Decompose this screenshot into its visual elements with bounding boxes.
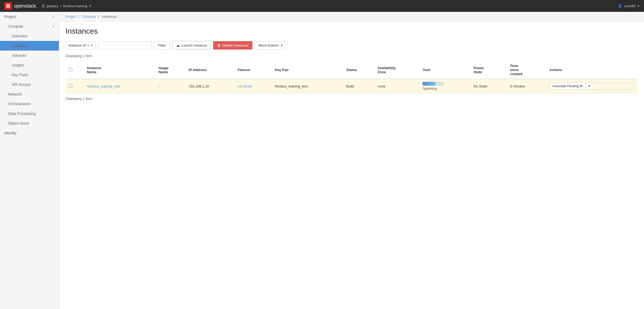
select-all-header [66,61,84,79]
user-name: cou040 [624,4,635,8]
sidebar-label-orchestration: Orchestration [8,102,31,106]
filter-dropdown[interactable]: Instance ID = ▼ [66,41,96,49]
project-icon: ☰ [42,4,45,8]
sidebar-item-images[interactable]: Images [0,60,59,70]
sidebar-label-identity: Identity [4,131,16,135]
row-availability-zone-cell: nova [374,79,419,93]
row-power-state-cell: No State [470,79,507,93]
row-image-name-cell: - [155,79,185,93]
more-actions-button[interactable]: More Actions ▼ [255,41,287,50]
task-progress-bar [423,82,435,86]
breadcrumb-sep1: / [78,15,80,19]
row-key-pair-cell: Nimbus_training_test [271,79,343,93]
sidebar-label-images: Images [12,63,24,67]
chevron-right-icon: › [53,102,55,106]
sidebar-item-compute[interactable]: Compute ∨ [0,22,59,31]
sidebar-item-object-store[interactable]: Object Store › [0,118,59,128]
svg-rect-3 [6,7,10,8]
sidebar-label-project: Project [4,15,16,19]
sidebar-label-object-store: Object Store [8,121,29,125]
filter-label: Instance ID = [69,43,89,47]
sidebar-item-overview[interactable]: Overview [0,31,59,41]
user-icon: 👤 [618,4,622,8]
sidebar-item-data-processing[interactable]: Data Processing › [0,109,59,118]
launch-instance-button[interactable]: ☁ Launch Instance [172,41,211,50]
delete-button-label: Delete Instances [222,43,248,47]
delete-instances-button[interactable]: 🗑 Delete Instances [213,41,252,50]
breadcrumb-instances: Instances [102,15,117,19]
task-progress-bar-container [423,82,444,86]
col-actions: Actions [546,61,638,79]
sidebar-item-network[interactable]: Network › [0,89,59,99]
col-ip-address: IP Address [185,61,234,79]
logo[interactable]: openstack. [4,2,37,10]
row-checkbox[interactable] [69,84,72,87]
openstack-logo-icon [4,2,12,10]
chevron-down-icon: ▼ [89,5,92,8]
task-label: Spawning [423,87,467,90]
toolbar: Instance ID = ▼ Filter ☁ Launch Instance… [66,41,638,50]
filter-button[interactable]: Filter [154,41,170,50]
flavour-link[interactable]: m2.small [238,84,252,88]
breadcrumb-compute[interactable]: Compute [81,15,96,19]
main-layout: Project ∨ Compute ∨ Overview Instances V… [0,12,644,309]
breadcrumb-project[interactable]: Project [66,15,76,19]
instances-table: InstanceName ImageName IP Address Flavou… [66,61,638,93]
row-time-cell: 0 minutes [507,79,546,93]
chevron-right-icon: › [53,112,55,115]
table-row: Nimbus_training_test - 192.168.1.16 m2.s… [66,79,638,93]
action-dropdown: Associate Floating IP ▼ [549,83,634,90]
row-task-cell: Spawning [419,79,470,93]
select-all-checkbox[interactable] [69,68,72,71]
table-body: Nimbus_training_test - 192.168.1.16 m2.s… [66,79,638,93]
launch-button-label: Launch Instance [181,43,207,47]
row-ip-address-cell: 192.168.1.16 [185,79,234,93]
chevron-right-icon: › [53,131,55,135]
topbar-project[interactable]: ☰ pawsey • Nimbus-training ▼ [42,4,92,8]
row-instance-name-cell: Nimbus_training_test [84,79,155,93]
cloud-upload-icon: ☁ [176,43,180,47]
breadcrumb-sep2: / [98,15,100,19]
logo-text: openstack. [14,3,37,9]
sidebar-item-keypairs[interactable]: Key Pairs [0,70,59,80]
col-task: Task [419,61,470,79]
filter-chevron-icon: ▼ [90,44,93,47]
topbar-left: openstack. ☰ pawsey • Nimbus-training ▼ [4,2,92,10]
chevron-down-icon: ∨ [52,15,55,19]
topbar-user[interactable]: 👤 cou040 ▼ [618,4,640,8]
sidebar-label-keypairs: Key Pairs [12,73,28,77]
sidebar-item-instances[interactable]: Instances [0,41,59,51]
sidebar-label-network: Network [8,92,22,96]
chevron-right-icon: › [53,121,55,125]
filter-input[interactable] [98,41,152,49]
sidebar-label-compute: Compute [8,24,23,29]
row-actions-cell: Associate Floating IP ▼ [546,79,638,93]
breadcrumb: Project / Compute / Instances [59,12,644,22]
col-availability-zone: AvailabilityZone [374,61,419,79]
instance-name-link[interactable]: Nimbus_training_test [87,84,120,88]
sidebar-item-volumes[interactable]: Volumes [0,51,59,60]
col-flavour: Flavour [234,61,271,79]
project-separator: • [60,4,61,8]
sidebar-item-api-access[interactable]: API Access [0,80,59,89]
display-count-top: Displaying 1 item [66,54,638,58]
col-power-state: PowerState [470,61,507,79]
more-actions-label: More Actions [259,43,279,47]
col-key-pair: Key Pair [271,61,343,79]
sidebar-item-identity[interactable]: Identity › [0,128,59,138]
sidebar-item-orchestration[interactable]: Orchestration › [0,99,59,109]
topbar: openstack. ☰ pawsey • Nimbus-training ▼ … [0,0,644,12]
table-header: InstanceName ImageName IP Address Flavou… [66,61,638,79]
display-count-bottom: Displaying 1 item [66,97,638,101]
row-checkbox-cell [66,79,84,93]
svg-rect-1 [6,4,10,5]
sidebar-item-project[interactable]: Project ∨ [0,12,59,22]
action-caret-button[interactable]: ▼ [586,83,593,89]
content-area: Project / Compute / Instances Instances … [59,12,644,309]
row-status-cell: Build [343,79,374,93]
col-status: Status [343,61,374,79]
col-time-since-created: Timesincecreated [507,61,546,79]
associate-floating-ip-button[interactable]: Associate Floating IP [550,83,586,89]
page-title: Instances [66,27,638,36]
chevron-right-icon: › [53,92,55,96]
